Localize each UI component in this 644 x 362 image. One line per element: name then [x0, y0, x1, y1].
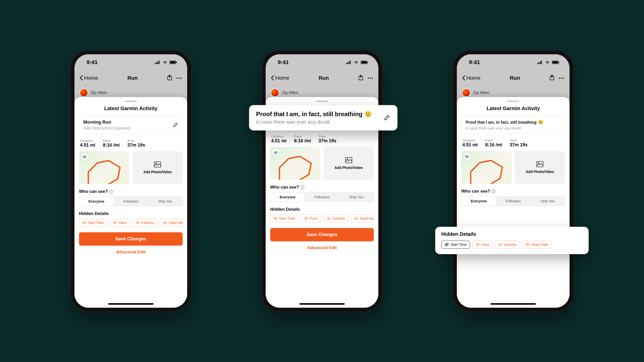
svg-point-31: [372, 77, 373, 78]
svg-point-62: [500, 244, 501, 245]
svg-line-60: [445, 243, 449, 246]
hidden-details-label: Hidden Details: [79, 211, 183, 216]
svg-point-9: [179, 77, 180, 78]
svg-rect-16: [111, 191, 112, 193]
seg-followers[interactable]: Followers: [114, 197, 148, 206]
image-icon: [154, 161, 161, 167]
svg-rect-26: [361, 61, 367, 63]
svg-rect-24: [350, 61, 351, 64]
svg-point-11: [84, 156, 85, 157]
svg-rect-37: [302, 187, 303, 188]
title-popout[interactable]: Proof that I am, in fact, still breathin…: [249, 105, 397, 130]
status-bar: 9:41: [74, 54, 187, 70]
nav-bar: Home Run: [74, 70, 187, 85]
seg-only-you[interactable]: Only You: [148, 197, 182, 206]
svg-point-61: [477, 244, 478, 245]
chip-calories[interactable]: Calories: [132, 219, 157, 227]
map-preview[interactable]: [79, 151, 129, 184]
phone-mockup-1: 9:41 Home Run Zip: [70, 50, 191, 312]
svg-point-55: [538, 163, 539, 164]
svg-rect-42: [537, 63, 538, 64]
svg-point-53: [466, 156, 467, 157]
svg-rect-44: [540, 61, 541, 64]
svg-rect-5: [170, 61, 175, 63]
page-title: Run: [128, 75, 138, 81]
svg-point-30: [370, 77, 371, 78]
svg-point-20: [165, 222, 166, 223]
chip-heart-rate[interactable]: Heart Rate: [522, 241, 552, 249]
svg-rect-43: [539, 62, 539, 64]
svg-point-13: [156, 163, 157, 164]
svg-rect-48: [558, 62, 559, 63]
pencil-icon[interactable]: [173, 122, 178, 128]
activity-title-card[interactable]: Proof that I am, in fact, still breathin…: [461, 116, 565, 134]
user-name: Zip Allen: [91, 90, 107, 95]
seg-everyone[interactable]: Everyone: [79, 197, 114, 206]
svg-point-57: [493, 190, 494, 191]
visibility-label: Who can see?: [79, 189, 183, 194]
chip-heart-rate[interactable]: Heart Rate: [160, 219, 183, 227]
share-icon[interactable]: [167, 74, 172, 81]
svg-point-19: [137, 222, 138, 223]
svg-point-32: [275, 152, 276, 153]
svg-point-15: [111, 191, 111, 191]
signal-icon: [155, 59, 160, 66]
chip-start-time-active[interactable]: Start Time: [441, 241, 470, 249]
chip-pace[interactable]: Pace: [110, 219, 130, 227]
route-line: [82, 154, 127, 184]
edited-desc: in case there was ever any doubt: [256, 119, 372, 125]
svg-point-40: [328, 218, 329, 219]
visibility-segmented[interactable]: Everyone Followers Only You: [79, 197, 183, 206]
add-media-button[interactable]: Add Photo/Video: [132, 151, 183, 184]
svg-rect-1: [156, 62, 157, 64]
svg-point-38: [275, 218, 276, 219]
chip-pace[interactable]: Pace: [472, 241, 493, 249]
eye-icon: [83, 155, 87, 158]
bottom-sheet: Latest Garmin Activity Morning Run Add D…: [74, 97, 187, 308]
svg-point-10: [181, 77, 182, 78]
chevron-left-icon: [79, 75, 83, 81]
back-button[interactable]: Home: [79, 75, 98, 81]
wifi-icon: [163, 59, 168, 66]
svg-point-36: [302, 186, 303, 187]
eye-icon: [82, 221, 86, 224]
hidden-chips: Start Time Pace Calories Heart Rate: [79, 219, 183, 227]
visibility-badge[interactable]: [81, 153, 88, 160]
home-indicator[interactable]: [108, 303, 153, 305]
eye-off-icon: [445, 243, 449, 246]
sheet-title: Latest Garmin Activity: [79, 106, 183, 111]
more-icon[interactable]: [176, 76, 182, 80]
svg-rect-2: [157, 61, 158, 64]
advanced-edit-link[interactable]: Advanced Edit: [79, 250, 183, 255]
phone-mockup-2: 9:41 HomeRun Zip Allen Latest Garmin Act…: [262, 50, 382, 312]
eye-icon: [113, 221, 117, 224]
sheet-grabber[interactable]: [125, 101, 137, 102]
pencil-icon[interactable]: [384, 114, 390, 122]
svg-point-50: [559, 77, 560, 78]
activity-title-card[interactable]: Morning Run Add Description (Optional): [79, 116, 183, 134]
svg-point-34: [347, 159, 348, 160]
phone-mockup-3: 9:41 HomeRun Zip Allen Latest Garmin Act…: [453, 50, 574, 312]
svg-rect-3: [159, 61, 159, 64]
chip-start-time[interactable]: Start Time: [79, 219, 107, 227]
svg-point-17: [84, 222, 85, 223]
stats-row: Distance4.51 mi Pace8:16 /mi Time37m 19s: [79, 139, 183, 148]
svg-point-52: [563, 77, 564, 78]
avatar: [79, 88, 88, 97]
svg-point-63: [527, 244, 528, 245]
activity-desc-placeholder: Add Description (Optional): [83, 126, 173, 130]
svg-point-51: [561, 77, 562, 78]
svg-rect-47: [552, 61, 558, 63]
chip-calories[interactable]: Calories: [495, 241, 520, 249]
battery-icon: [170, 59, 177, 66]
relieved-emoji: 😮‍💨: [365, 111, 372, 118]
eye-icon: [163, 221, 167, 224]
svg-rect-6: [176, 62, 177, 63]
svg-point-39: [306, 218, 307, 219]
svg-rect-45: [541, 61, 542, 64]
status-time: 9:41: [87, 59, 98, 66]
info-icon[interactable]: [109, 190, 113, 194]
svg-point-8: [177, 77, 178, 78]
save-button[interactable]: Save Changes: [79, 232, 183, 246]
svg-rect-0: [155, 63, 156, 64]
